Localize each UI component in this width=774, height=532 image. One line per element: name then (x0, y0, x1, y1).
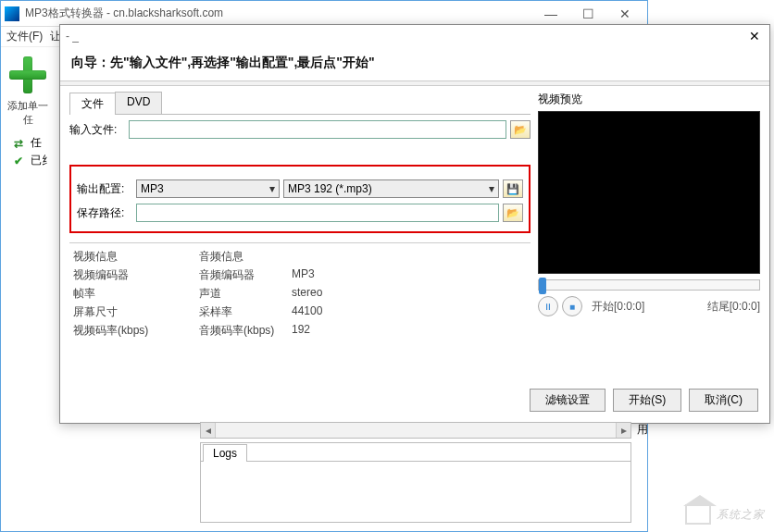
stop-button[interactable] (562, 296, 582, 316)
dialog-title: - _ (66, 30, 79, 43)
video-info: 视频信息 视频编码器 帧率 屏幕尺寸 视频码率(kbps) (73, 249, 162, 339)
tree-item-task[interactable]: 任 (3, 134, 53, 152)
output-highlight-box: 输出配置: MP3 MP3 192 (*.mp3) 保存路径: (69, 165, 531, 233)
save-icon (506, 182, 519, 195)
playback-controls: 开始[0:0:0] 结尾[0:0:0] (538, 296, 760, 316)
wizard-heading: 向导：先"输入文件",再选择"输出配置",最后点"开始" (60, 47, 769, 80)
main-titlebar: MP3格式转换器 - cn.blacksharksoft.com — ☐ ✕ (1, 1, 647, 27)
dialog-titlebar: - _ ✕ (60, 25, 769, 47)
tab-dvd[interactable]: DVD (115, 92, 162, 114)
folder-open-icon (514, 123, 527, 136)
media-info: 视频信息 视频编码器 帧率 屏幕尺寸 视频码率(kbps) 音频信息 音频编码器… (69, 242, 531, 344)
house-icon (685, 504, 711, 525)
main-toolbar: 添加单一任 (1, 47, 55, 130)
browse-save-button[interactable] (503, 204, 523, 222)
add-task-label: 添加单一任 (5, 99, 51, 127)
scroll-left-icon[interactable]: ◂ (201, 423, 216, 438)
maximize-button[interactable]: ☐ (569, 6, 606, 21)
horizontal-scrollbar[interactable]: ◂ ▸ (200, 422, 631, 439)
dialog-close-icon[interactable]: ✕ (745, 29, 764, 43)
save-profile-button[interactable] (503, 179, 523, 198)
logs-tab[interactable]: Logs (203, 444, 247, 462)
logs-panel: Logs (200, 442, 631, 523)
browse-input-button[interactable] (510, 120, 531, 139)
timeline-thumb[interactable] (539, 278, 546, 294)
tab-file[interactable]: 文件 (69, 93, 116, 115)
video-preview (538, 111, 760, 274)
end-time-label: 结尾[0:0:0] (707, 299, 760, 315)
cancel-button[interactable]: 取消(C) (689, 389, 758, 412)
check-icon (14, 155, 27, 167)
start-time-label: 开始[0:0:0] (592, 299, 644, 315)
arrows-icon (14, 137, 27, 150)
save-path-label: 保存路径: (77, 205, 132, 221)
pause-icon (543, 300, 553, 313)
filter-settings-button[interactable]: 滤镜设置 (530, 389, 605, 412)
menu-file[interactable]: 文件(F) (6, 29, 43, 44)
input-file-field[interactable] (129, 120, 506, 139)
stray-text: 用 (637, 422, 648, 438)
close-button[interactable]: ✕ (606, 6, 643, 21)
scroll-right-icon[interactable]: ▸ (616, 423, 630, 438)
chevron-down-icon (489, 182, 494, 195)
input-tabs: 文件 DVD (69, 92, 531, 115)
add-task-icon[interactable] (7, 55, 48, 95)
timeline-slider[interactable] (538, 279, 760, 291)
save-path-field[interactable] (136, 204, 499, 222)
watermark: 系统之家 (685, 504, 765, 525)
start-button[interactable]: 开始(S) (613, 389, 681, 412)
preview-label: 视频预览 (538, 92, 760, 107)
task-tree: 任 已纟 (1, 130, 55, 173)
bottom-area: ◂ ▸ Logs (200, 422, 631, 523)
pause-button[interactable] (538, 296, 558, 316)
minimize-button[interactable]: — (532, 6, 569, 21)
stop-icon (569, 300, 575, 313)
output-profile-select[interactable]: MP3 192 (*.mp3) (283, 179, 499, 198)
output-format-select[interactable]: MP3 (136, 179, 280, 198)
audio-info: 音频信息 音频编码器MP3 声道stereo 采样率44100 音频码率(kbp… (199, 249, 322, 339)
folder-open-icon (506, 206, 519, 219)
logs-body (201, 461, 630, 522)
main-title: MP3格式转换器 - cn.blacksharksoft.com (25, 6, 532, 21)
wizard-dialog: - _ ✕ 向导：先"输入文件",再选择"输出配置",最后点"开始" 文件 DV… (59, 24, 770, 424)
chevron-down-icon (269, 182, 275, 195)
app-icon (5, 6, 19, 21)
output-config-label: 输出配置: (77, 181, 132, 197)
dialog-footer: 滤镜设置 开始(S) 取消(C) (60, 379, 769, 423)
tree-item-done[interactable]: 已纟 (3, 152, 53, 169)
input-file-label: 输入文件: (69, 122, 125, 138)
